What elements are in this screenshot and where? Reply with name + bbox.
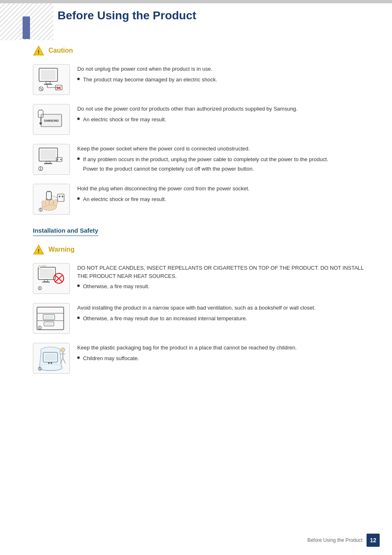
caution-illustration-3 xyxy=(33,144,70,175)
svg-point-74 xyxy=(61,348,65,352)
bullet-4-1: An electric shock or fire may result. xyxy=(77,195,371,204)
main-content: ! Caution xyxy=(33,45,371,383)
svg-point-21 xyxy=(39,122,42,125)
caution-text-4: Hold the plug when disconnecting the pow… xyxy=(77,184,371,205)
caution-illustration-2: SAMSUNG xyxy=(33,104,70,135)
svg-rect-25 xyxy=(44,163,52,164)
caution-text-2: Do not use the power cord for products o… xyxy=(77,104,371,125)
svg-line-78 xyxy=(63,358,65,363)
svg-text:SAMSUNG: SAMSUNG xyxy=(44,119,59,122)
warning-text-1: DO NOT PLACE CANDLES, INSECT REPELLANTS … xyxy=(77,263,371,292)
bullet-dot xyxy=(77,356,80,359)
svg-rect-66 xyxy=(45,323,53,325)
warning-item-2: Avoid installing the product in a narrow… xyxy=(33,303,371,334)
top-strip xyxy=(0,0,392,3)
caution-triangle-icon: ! xyxy=(33,45,44,56)
svg-rect-51 xyxy=(39,266,40,269)
caution-item-2: SAMSUNG Do not use the power cord for pr… xyxy=(33,104,371,135)
svg-text:!: ! xyxy=(38,248,39,254)
warning-illustration-1 xyxy=(33,263,70,294)
bullet-1-1: The product may become damaged by an ele… xyxy=(77,76,371,84)
warning-label: Warning xyxy=(48,246,74,253)
caution-text-3: Keep the power socket where the power co… xyxy=(77,144,371,173)
warn-bullet-3-1: Children may suffocate. xyxy=(77,354,371,363)
bullet-dot xyxy=(77,157,80,160)
footer: Before Using the Product 12 xyxy=(0,534,392,547)
footer-text: Before Using the Product xyxy=(307,537,362,543)
caution-text-1: Do not unplug the power cord when the pr… xyxy=(77,64,371,85)
sub-text-3: Power to the product cannot be completel… xyxy=(83,165,371,173)
caution-item-1: Do not unplug the power cord when the pr… xyxy=(33,64,371,95)
svg-point-72 xyxy=(48,362,50,364)
caution-item-4: Hold the plug when disconnecting the pow… xyxy=(33,184,371,215)
warning-section: ! Warning xyxy=(33,244,371,374)
bullet-3-1: If any problem occurs in the product, un… xyxy=(77,155,371,164)
svg-text:!: ! xyxy=(38,49,39,55)
page-title: Before Using the Product xyxy=(58,9,196,22)
svg-rect-54 xyxy=(44,266,46,267)
svg-rect-39 xyxy=(58,194,64,201)
warning-item-3: Keep the plastic packaging bag for the p… xyxy=(33,343,371,374)
svg-line-14 xyxy=(39,87,42,90)
bullet-dot xyxy=(77,284,80,287)
svg-rect-50 xyxy=(42,282,50,282)
svg-point-73 xyxy=(51,362,52,364)
svg-point-27 xyxy=(57,159,58,160)
bullet-2-1: An electric shock or fire may result. xyxy=(77,116,371,124)
svg-point-28 xyxy=(60,159,62,160)
installation-safety-title: Installation and Safety xyxy=(33,227,98,236)
caution-label: Caution xyxy=(48,47,73,54)
warning-triangle-icon: ! xyxy=(33,244,44,255)
caution-item-3: Keep the power socket where the power co… xyxy=(33,144,371,175)
warning-text-2: Avoid installing the product in a narrow… xyxy=(77,303,371,324)
svg-rect-6 xyxy=(46,81,50,84)
bullet-dot xyxy=(77,78,80,80)
svg-rect-71 xyxy=(45,354,56,361)
warning-text-3: Keep the plastic packaging bag for the p… xyxy=(77,343,371,364)
svg-rect-5 xyxy=(41,70,55,80)
svg-rect-7 xyxy=(44,84,52,85)
bullet-dot xyxy=(77,118,80,120)
svg-line-42 xyxy=(51,196,58,198)
bullet-dot xyxy=(77,197,80,200)
svg-point-40 xyxy=(59,196,60,197)
warn-bullet-2-1: Otherwise, a fire may result due to an i… xyxy=(77,314,371,323)
installation-safety-divider: Installation and Safety xyxy=(33,227,371,236)
bullet-dot xyxy=(77,317,80,319)
warning-illustration-3 xyxy=(33,343,70,374)
caution-illustration-4 xyxy=(33,184,70,215)
svg-rect-23 xyxy=(41,150,56,160)
caution-illustration-1 xyxy=(33,64,70,95)
page-number: 12 xyxy=(367,534,380,547)
warning-header: ! Warning xyxy=(33,244,371,255)
blue-accent-bar xyxy=(23,16,30,39)
svg-rect-48 xyxy=(40,269,54,278)
warning-illustration-2 xyxy=(33,303,70,334)
svg-rect-64 xyxy=(44,316,53,319)
caution-header: ! Caution xyxy=(33,45,371,56)
svg-point-41 xyxy=(62,196,63,197)
warn-bullet-1-1: Otherwise, a fire may result. xyxy=(77,282,371,291)
warning-item-1: DO NOT PLACE CANDLES, INSECT REPELLANTS … xyxy=(33,263,371,294)
